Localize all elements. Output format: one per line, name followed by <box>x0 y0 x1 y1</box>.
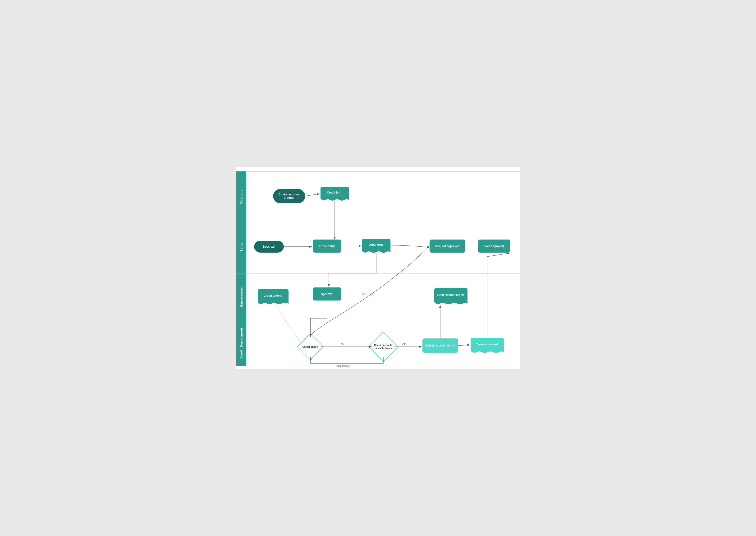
node-check-ar-wrap[interactable]: Check accounts receivable balance <box>373 336 394 357</box>
node-order-entry-label: Order entry <box>319 245 335 248</box>
node-sale-approved[interactable]: Sale approved <box>478 240 510 252</box>
node-calculate-credit[interactable]: Calculate credit terms <box>423 338 458 353</box>
node-order-form[interactable]: Order form <box>362 239 391 253</box>
node-approval-label: Approval <box>321 292 333 296</box>
lane-divider-top <box>236 171 520 172</box>
node-sale-not-approved[interactable]: Sale not approved <box>429 240 465 252</box>
node-sale-not-approved-label: Sale not approved <box>435 245 459 248</box>
svg-line-1 <box>305 194 320 196</box>
node-credit-issued-report[interactable]: Credit issued report <box>434 288 467 305</box>
node-credit-form[interactable]: Credit form <box>321 187 349 201</box>
lane-customer-header: Customer <box>236 171 246 221</box>
node-credit-criteria[interactable]: Credit criteria <box>258 289 289 305</box>
bad-credit-label: Bad credit <box>362 293 373 295</box>
ok2-label: OK <box>402 343 406 346</box>
node-check-ar-label: Check accounts receivable balance <box>373 344 394 350</box>
node-sales-call-label: Sales call <box>263 245 275 248</box>
ok1-label: OK <box>341 343 344 346</box>
node-customer-buys[interactable]: Customer buys product <box>273 189 305 203</box>
high-balance-label: High balance <box>336 365 350 367</box>
lane-divider-bottom <box>236 366 520 366</box>
svg-line-7 <box>273 302 300 342</box>
node-customer-buys-label: Customer buys product <box>273 193 305 199</box>
node-calculate-credit-label: Calculate credit terms <box>425 344 455 347</box>
svg-line-6 <box>458 345 470 346</box>
node-sales-call[interactable]: Sales call <box>254 241 284 252</box>
node-credit-check-wrap[interactable]: Credit check <box>301 337 320 356</box>
lane-sales-header: Sales <box>236 221 246 273</box>
node-sale-approved-label: Sale approved <box>484 245 504 248</box>
node-terms-approved[interactable]: Terms approved <box>471 338 504 353</box>
node-credit-check-label: Credit check <box>301 345 320 348</box>
lane-management-header: Management <box>236 273 246 321</box>
diagram-container: Customer Sales Management Credit Departm… <box>236 166 520 370</box>
lane-credit-header: Credit Department <box>236 321 246 366</box>
node-approval[interactable]: Approval <box>313 287 341 300</box>
node-order-entry[interactable]: Order entry <box>313 240 341 252</box>
lane-divider-2 <box>236 273 520 274</box>
